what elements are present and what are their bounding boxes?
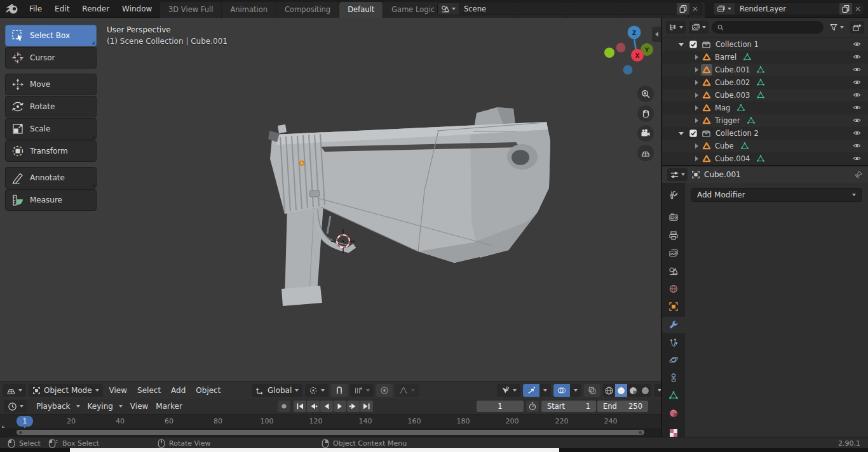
previous-keyframe-button[interactable]: [307, 401, 320, 412]
outliner-search-input[interactable]: [728, 23, 818, 32]
menu-keying[interactable]: Keying: [84, 400, 126, 413]
shading-wireframe-button[interactable]: [603, 384, 615, 397]
hide-eye-toggle[interactable]: [852, 116, 862, 124]
timeline-ruler[interactable]: 20 40 60 80 100 120 140 160 180 200 220 …: [0, 414, 661, 428]
tab-view-layer-icon[interactable]: [668, 248, 679, 258]
render-layer-name[interactable]: RenderLayer: [735, 4, 839, 13]
hide-eye-toggle[interactable]: [852, 142, 862, 150]
overlays-dropdown[interactable]: [570, 384, 581, 397]
snap-target-dropdown[interactable]: [350, 384, 374, 397]
hide-eye-toggle[interactable]: [852, 91, 862, 99]
hide-eye-toggle[interactable]: [852, 154, 862, 163]
render-layer-remove-button[interactable]: [852, 3, 864, 15]
tool-annotate[interactable]: Annotate: [5, 167, 97, 189]
scrollbar-thumb[interactable]: [17, 430, 644, 435]
scrollbar-handle-right[interactable]: [639, 431, 642, 434]
tab-object-data-icon[interactable]: [668, 390, 679, 401]
hide-eye-toggle[interactable]: [852, 129, 862, 137]
pivot-point-dropdown[interactable]: [305, 384, 329, 397]
xray-toggle[interactable]: [584, 384, 600, 397]
tab-output-icon[interactable]: [668, 230, 679, 241]
frame-start-field[interactable]: Start1: [541, 401, 596, 412]
gizmos-dropdown[interactable]: [539, 384, 551, 397]
timeline-scrollbar[interactable]: [0, 428, 661, 437]
outliner-row-cube-002[interactable]: Cube.002: [662, 76, 868, 89]
tab-3d-view-full[interactable]: 3D View Full: [160, 2, 221, 18]
outliner-display-mode-button[interactable]: [689, 21, 709, 34]
tab-object-icon[interactable]: [668, 302, 679, 312]
blender-logo-icon[interactable]: [5, 2, 19, 16]
mode-dropdown[interactable]: Object Mode: [29, 384, 103, 397]
add-modifier-dropdown[interactable]: Add Modifier: [691, 188, 862, 202]
scene-browse-button[interactable]: [438, 3, 459, 15]
toggle-orthographic-button[interactable]: [637, 145, 654, 161]
scene-unlink-button[interactable]: [689, 3, 701, 15]
tab-default[interactable]: Default: [339, 2, 383, 18]
tab-compositing[interactable]: Compositing: [276, 2, 339, 18]
tool-scale[interactable]: Scale: [5, 118, 97, 140]
menu-file[interactable]: File: [23, 0, 48, 18]
proportional-editing-toggle[interactable]: [376, 384, 393, 397]
outliner-row-trigger[interactable]: Trigger: [662, 114, 868, 127]
show-gizmos-toggle[interactable]: [523, 384, 539, 397]
pan-button[interactable]: [637, 105, 654, 122]
scene-render-pistol-model[interactable]: [0, 18, 661, 381]
expand-icon[interactable]: [695, 105, 698, 110]
view-layer-browse-button[interactable]: [714, 3, 735, 15]
tool-measure[interactable]: Measure: [5, 189, 97, 211]
collection-checkbox[interactable]: [689, 129, 698, 138]
proportional-falloff-dropdown[interactable]: [395, 384, 419, 397]
tab-render-icon[interactable]: [668, 212, 679, 222]
record-button[interactable]: [278, 401, 290, 412]
outliner-row-collection-2[interactable]: Collection 2: [662, 127, 868, 140]
play-reverse-button[interactable]: [320, 401, 333, 412]
menu-object[interactable]: Object: [192, 384, 224, 397]
outliner-search[interactable]: [712, 21, 824, 34]
hide-eye-toggle[interactable]: [852, 78, 862, 86]
expand-icon[interactable]: [695, 156, 698, 161]
zoom-button[interactable]: [637, 86, 654, 102]
collapse-icon[interactable]: [679, 132, 684, 135]
jump-to-start-button[interactable]: [294, 401, 306, 412]
tab-scene-icon[interactable]: [668, 266, 679, 276]
outliner-filter-button[interactable]: [827, 21, 846, 34]
tab-constraints-icon[interactable]: [668, 373, 679, 383]
new-collection-button[interactable]: [850, 21, 864, 34]
play-button[interactable]: [334, 401, 346, 412]
tool-rotate[interactable]: Rotate: [5, 96, 97, 117]
tab-material-icon[interactable]: [668, 408, 679, 418]
properties-editor-type-button[interactable]: [667, 168, 688, 181]
tab-game-logic[interactable]: Game Logic: [383, 2, 443, 18]
menu-edit[interactable]: Edit: [48, 0, 76, 18]
menu-render[interactable]: Render: [76, 0, 116, 18]
outliner-row-cube-003[interactable]: Cube.003: [662, 89, 868, 102]
current-frame-badge[interactable]: 1: [17, 416, 33, 427]
hide-eye-toggle[interactable]: [852, 40, 862, 48]
hide-eye-toggle[interactable]: [852, 53, 862, 61]
tab-modifiers-icon[interactable]: [668, 320, 679, 330]
scene-name[interactable]: Scene: [459, 4, 677, 13]
menu-playback[interactable]: Playback: [32, 400, 84, 413]
frame-end-field[interactable]: End250: [597, 401, 648, 412]
editor-type-button[interactable]: [3, 384, 26, 397]
scene-copy-button[interactable]: [677, 3, 689, 15]
hide-eye-toggle[interactable]: [852, 103, 862, 112]
expand-icon[interactable]: [695, 80, 698, 85]
outliner-row-cube-004[interactable]: Cube.004: [662, 152, 868, 165]
tool-cursor[interactable]: Cursor: [5, 47, 97, 69]
expand-icon[interactable]: [695, 93, 698, 98]
transform-orientation-dropdown[interactable]: Global: [252, 384, 302, 397]
outliner-row-collection-1[interactable]: Collection 1: [662, 38, 868, 51]
jump-to-end-button[interactable]: [360, 401, 373, 412]
collapse-icon[interactable]: [679, 43, 684, 46]
menu-add[interactable]: Add: [167, 384, 189, 397]
shading-material-button[interactable]: [627, 384, 639, 397]
snap-toggle[interactable]: [331, 384, 348, 397]
menu-marker[interactable]: Marker: [152, 400, 186, 413]
tab-tool-icon[interactable]: [668, 190, 679, 200]
next-keyframe-button[interactable]: [347, 401, 360, 412]
sidebar-toggle[interactable]: [652, 27, 661, 42]
timeline-editor-type-button[interactable]: [4, 400, 27, 413]
shading-solid-button[interactable]: [615, 384, 627, 397]
expand-icon[interactable]: [695, 143, 698, 149]
